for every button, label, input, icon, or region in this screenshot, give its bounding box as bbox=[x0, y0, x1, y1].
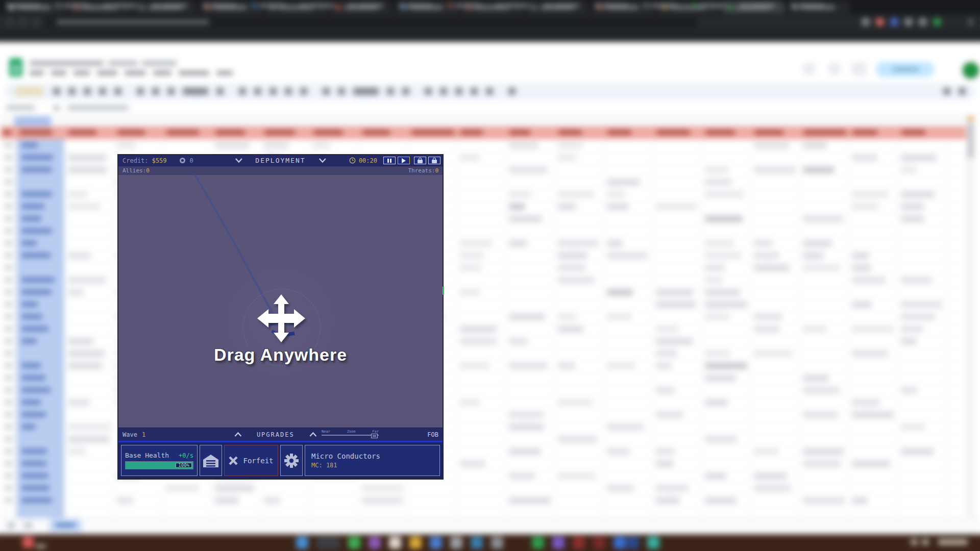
chevron-up-icon[interactable] bbox=[310, 432, 317, 437]
settings-button[interactable] bbox=[280, 445, 303, 476]
taskbar-app-icon[interactable] bbox=[389, 537, 401, 549]
toolbar-icon[interactable] bbox=[425, 88, 432, 95]
taskbar-app-icon[interactable] bbox=[593, 537, 605, 549]
toolbar-icon[interactable] bbox=[338, 88, 345, 95]
vertical-scrollbar[interactable] bbox=[966, 116, 975, 518]
bookmark-item[interactable] bbox=[399, 3, 440, 8]
bookmark-item[interactable] bbox=[350, 3, 391, 8]
bookmark-item[interactable] bbox=[497, 3, 538, 8]
taskbar-app-icon[interactable] bbox=[552, 537, 565, 549]
bookmark-item[interactable] bbox=[7, 3, 48, 8]
browser-menu-icon[interactable] bbox=[970, 18, 972, 26]
menu-item[interactable] bbox=[216, 71, 233, 75]
menu-item[interactable] bbox=[51, 71, 66, 75]
toolbar-icon[interactable] bbox=[216, 88, 224, 95]
taskbar-app-icon[interactable] bbox=[409, 537, 422, 549]
extension-icon[interactable] bbox=[919, 18, 927, 26]
garage-button[interactable] bbox=[200, 445, 222, 476]
menu-item[interactable] bbox=[97, 71, 117, 75]
bookmark-item[interactable] bbox=[448, 3, 489, 8]
extension-icon[interactable] bbox=[862, 18, 870, 26]
taskbar-app-icon[interactable] bbox=[369, 537, 381, 549]
toolbar-icon[interactable] bbox=[239, 88, 246, 95]
tray-icon[interactable] bbox=[911, 539, 918, 545]
sheets-logo[interactable] bbox=[9, 58, 22, 77]
toolbar-icon[interactable] bbox=[471, 88, 478, 95]
toolbar-icon[interactable] bbox=[114, 88, 121, 95]
taskbar-app-icon[interactable] bbox=[348, 537, 360, 549]
account-avatar[interactable] bbox=[962, 61, 980, 80]
toolbar-icon[interactable] bbox=[440, 88, 447, 95]
bookmark-item[interactable] bbox=[644, 3, 685, 8]
toolbar-icon[interactable] bbox=[387, 88, 394, 95]
menu-item[interactable] bbox=[74, 71, 90, 75]
bookmark-item[interactable] bbox=[56, 3, 97, 8]
toolbar-icon[interactable] bbox=[959, 88, 966, 95]
toolbar-icon[interactable] bbox=[254, 88, 261, 95]
history-icon[interactable] bbox=[802, 62, 816, 76]
toolbar-icon[interactable] bbox=[943, 88, 950, 95]
all-sheets-icon[interactable] bbox=[23, 522, 33, 529]
menu-item[interactable] bbox=[179, 71, 209, 75]
toolbar-icon[interactable] bbox=[99, 88, 106, 95]
doc-title-text[interactable] bbox=[30, 61, 104, 66]
scrollbar-thumb[interactable] bbox=[968, 122, 974, 158]
taskbar-app-icon[interactable] bbox=[450, 537, 462, 549]
zoom-slider-handle[interactable] bbox=[371, 434, 378, 438]
extension-icon[interactable] bbox=[904, 18, 913, 26]
zoom-slider[interactable]: Near Zoom Far bbox=[322, 430, 379, 439]
tray-icon[interactable] bbox=[922, 539, 929, 545]
toolbar-icon[interactable] bbox=[323, 88, 330, 95]
mode-selector[interactable]: DEPLOYMENT bbox=[255, 157, 305, 164]
taskbar-app-icon[interactable] bbox=[22, 537, 34, 548]
bookmark-item[interactable] bbox=[105, 3, 146, 8]
lock-button[interactable] bbox=[414, 157, 426, 164]
toolbar-icon[interactable] bbox=[285, 88, 292, 95]
menu-item[interactable] bbox=[125, 71, 146, 75]
bookmark-item[interactable] bbox=[252, 3, 293, 8]
nav-forward-icon[interactable] bbox=[18, 17, 28, 27]
nav-back-icon[interactable] bbox=[5, 17, 14, 27]
cell-reference-box[interactable] bbox=[6, 105, 35, 110]
chevron-down-icon[interactable] bbox=[235, 158, 242, 163]
pause-button[interactable] bbox=[383, 157, 396, 164]
add-sheet-icon[interactable] bbox=[7, 521, 15, 530]
toolbar-icon[interactable] bbox=[53, 88, 60, 95]
lock-button[interactable] bbox=[428, 157, 440, 164]
toolbar-icon[interactable] bbox=[167, 88, 175, 95]
game-viewport[interactable]: Drag Anywhere bbox=[118, 175, 443, 428]
toolbar-icon[interactable] bbox=[152, 88, 159, 95]
extension-icon[interactable] bbox=[890, 18, 898, 26]
formula-content[interactable] bbox=[67, 105, 129, 110]
toolbar-icon[interactable] bbox=[300, 88, 307, 95]
bookmark-item[interactable] bbox=[791, 3, 832, 8]
bookmark-item[interactable] bbox=[203, 3, 244, 8]
toolbar-icon[interactable] bbox=[402, 88, 409, 95]
taskbar-app-icon[interactable] bbox=[471, 537, 483, 549]
bookmark-item[interactable] bbox=[595, 3, 636, 8]
taskbar-app-icon[interactable] bbox=[296, 537, 308, 549]
extension-icon[interactable] bbox=[876, 18, 884, 26]
meet-icon[interactable] bbox=[851, 62, 867, 76]
toolbar-icon[interactable] bbox=[353, 88, 379, 95]
taskbar-app-icon[interactable] bbox=[573, 537, 585, 549]
bookmark-item[interactable] bbox=[693, 3, 734, 8]
comments-icon[interactable] bbox=[828, 62, 841, 76]
toolbar-icon[interactable] bbox=[455, 88, 462, 95]
extension-icon[interactable] bbox=[933, 18, 941, 26]
toolbar-icon[interactable] bbox=[84, 88, 91, 95]
menu-item[interactable] bbox=[153, 71, 172, 75]
toolbar-icon[interactable] bbox=[270, 88, 277, 95]
taskbar-app-icon[interactable] bbox=[614, 537, 626, 549]
toolbar-icon[interactable] bbox=[68, 88, 76, 95]
taskbar-app-icon[interactable] bbox=[316, 537, 340, 549]
nav-reload-icon[interactable] bbox=[32, 17, 41, 27]
menu-item[interactable] bbox=[30, 71, 44, 75]
chevron-up-icon[interactable] bbox=[234, 432, 241, 437]
taskbar-app-icon[interactable] bbox=[532, 537, 544, 549]
bookmark-item[interactable] bbox=[742, 3, 783, 8]
taskbar-app-icon[interactable] bbox=[627, 537, 639, 549]
play-button[interactable] bbox=[398, 157, 410, 164]
chevron-down-icon[interactable] bbox=[319, 158, 326, 163]
toolbar-icon[interactable] bbox=[486, 88, 493, 95]
